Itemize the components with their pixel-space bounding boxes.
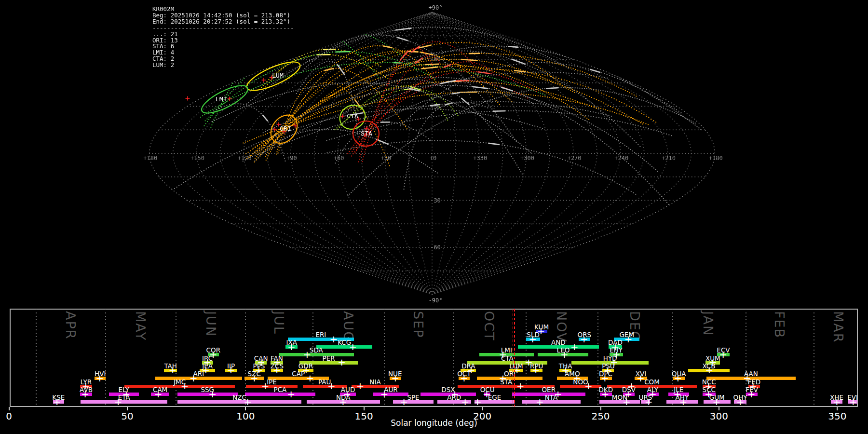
peak-marker-PER: + xyxy=(338,356,346,368)
peak-marker-NOO: + xyxy=(584,380,593,392)
peak-marker-XCB: + xyxy=(705,364,713,376)
x-axis-title: Solar longitude (deg) xyxy=(391,418,477,428)
month-label-JUL: JUL xyxy=(271,311,286,335)
peak-marker-PAU: + xyxy=(327,380,336,392)
shower-label-COM: COM xyxy=(644,378,660,386)
peak-marker-ARD: + xyxy=(461,396,469,407)
axis-tick xyxy=(482,407,483,410)
axis-tick-label: 150 xyxy=(355,410,373,422)
peak-marker-JMC: + xyxy=(181,380,189,392)
peak-marker-DPC: + xyxy=(601,372,609,384)
shower-label-NTA: NTA xyxy=(545,393,558,401)
peak-marker-SDA: + xyxy=(303,349,312,360)
peak-marker-EVI: + xyxy=(849,396,857,407)
peak-marker-KSE: + xyxy=(53,396,61,407)
axis-tick xyxy=(837,407,838,410)
observation-interval-line xyxy=(513,309,514,407)
radiant-label-LMI: LMI xyxy=(216,95,227,103)
shower-label-SPE: SPE xyxy=(407,393,419,401)
month-gridline xyxy=(672,309,673,407)
axis-tick xyxy=(127,407,128,410)
peak-marker-OCT: + xyxy=(460,372,468,384)
peak-marker-ECV: + xyxy=(719,349,727,360)
radiant-label-STA: STA xyxy=(361,130,372,137)
peak-marker-HVI: + xyxy=(96,372,104,384)
observation-interval-line xyxy=(514,309,515,407)
peak-marker-AHY: + xyxy=(679,396,687,407)
peak-marker-STA: + xyxy=(516,380,525,392)
month-gridline xyxy=(814,309,814,407)
axis-tick-label: 50 xyxy=(121,410,133,422)
peak-marker-PCA: + xyxy=(287,388,295,400)
peak-marker-SLD: + xyxy=(529,333,537,345)
axis-tick-label: 250 xyxy=(591,410,610,422)
peak-marker-GEM: + xyxy=(624,333,633,345)
peak-marker-IXA: + xyxy=(287,341,296,353)
month-label-JAN: JAN xyxy=(701,311,716,336)
peak-marker-CAP: + xyxy=(306,372,314,384)
month-label-FEB: FEB xyxy=(772,311,787,339)
peak-marker-GUM: + xyxy=(713,396,721,407)
peak-marker-NUE: + xyxy=(392,372,400,384)
month-gridline xyxy=(245,309,246,407)
peak-marker-KCG: + xyxy=(349,341,357,353)
shower-label-CAP: CAP xyxy=(292,370,305,378)
shower-label-PCA: PCA xyxy=(274,386,287,393)
axis-tick xyxy=(245,407,246,410)
peak-marker-IIP: + xyxy=(227,364,235,376)
peak-marker-MON: + xyxy=(623,396,631,407)
shower-label-PER: PER xyxy=(323,354,335,362)
month-label-OCT: OCT xyxy=(482,311,497,341)
month-gridline xyxy=(36,309,37,407)
peak-marker-NDA: + xyxy=(339,396,347,407)
header-line: LUM: 2 xyxy=(152,62,294,68)
shower-label-SDA: SDA xyxy=(310,346,323,354)
peak-marker-ZCS: + xyxy=(273,364,281,376)
shower-label-ERI: ERI xyxy=(315,331,326,339)
peak-marker-TAH: + xyxy=(169,364,177,376)
shower-label-ARD: ARD xyxy=(447,393,461,401)
peak-marker-NIA: + xyxy=(356,380,364,392)
axis-tick-label: 0 xyxy=(6,410,12,422)
peak-marker-SPE: + xyxy=(400,396,408,407)
peak-marker-XHE: + xyxy=(833,396,841,407)
month-label-NOV: NOV xyxy=(554,311,569,342)
peak-marker-RPU: + xyxy=(532,364,540,376)
peak-marker-NZC: + xyxy=(244,396,252,407)
month-gridline xyxy=(176,309,176,407)
peak-marker-ETA: + xyxy=(114,396,122,407)
peak-marker-CAM: + xyxy=(154,388,163,400)
axis-tick xyxy=(364,407,365,410)
radiant-label-ORI: ORI xyxy=(280,125,291,132)
peak-marker-NTA: + xyxy=(536,396,544,407)
shower-label-STA: STA xyxy=(500,378,512,386)
peak-marker-EGE: + xyxy=(474,396,482,407)
peak-marker-SSG: + xyxy=(208,388,217,400)
month-label-MAR: MAR xyxy=(831,311,846,343)
peak-marker-LEO: + xyxy=(560,349,569,360)
radiant-label-CTA: CTA xyxy=(347,112,358,120)
axis-tick-label: 300 xyxy=(710,410,728,422)
shower-label-AND: AND xyxy=(551,339,566,346)
peak-marker-AND: + xyxy=(570,341,579,353)
peak-marker-ERI: + xyxy=(329,333,338,345)
peak-marker-FEV: + xyxy=(747,388,756,400)
month-label-JUN: JUN xyxy=(203,311,218,337)
peak-marker-XVI: + xyxy=(637,372,645,384)
peak-marker-OHY: + xyxy=(736,396,745,407)
axis-tick-label: 100 xyxy=(236,410,255,422)
month-gridline xyxy=(312,309,313,407)
observation-header: KR002MBeg: 20251026 14:42:50 (sol = 213.… xyxy=(152,6,294,68)
peak-marker-ARI: + xyxy=(190,372,198,384)
peak-marker-SZC: + xyxy=(250,372,258,384)
peak-marker-URS: + xyxy=(645,396,653,407)
shower-label-EGE: EGE xyxy=(488,393,502,401)
axis-tick xyxy=(9,407,10,410)
month-label-SEP: SEP xyxy=(411,311,426,338)
axis-tick xyxy=(719,407,719,410)
peak-marker-AVB: + xyxy=(81,388,89,400)
peak-marker-QUA: + xyxy=(674,372,682,384)
meteor-observation-screen: { "header": { "lines": [ "KR002M", "Beg:… xyxy=(0,0,868,434)
month-label-MAY: MAY xyxy=(133,311,148,341)
shower-label-NIA: NIA xyxy=(369,378,380,386)
